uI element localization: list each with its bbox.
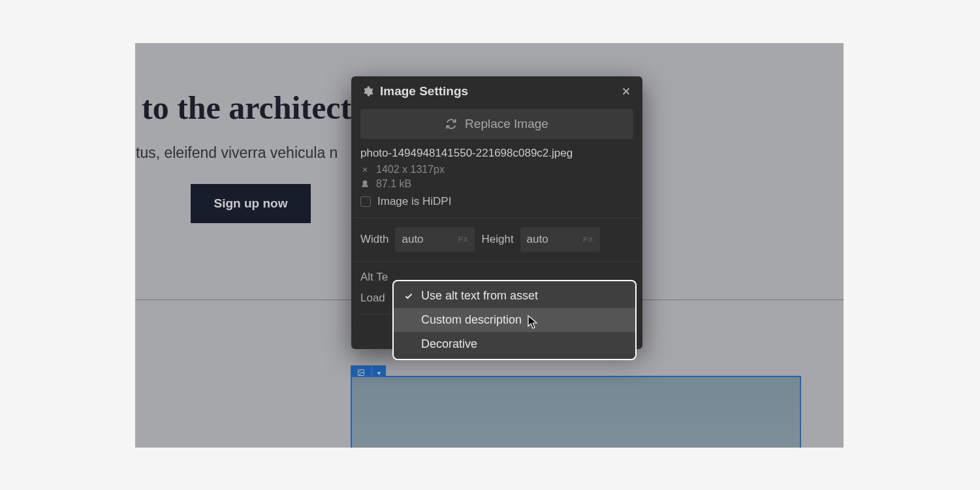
dropdown-option-label: Decorative (421, 337, 477, 351)
panel-title: Image Settings (380, 84, 614, 99)
filesize-row: 87.1 kB (360, 178, 633, 190)
replace-image-button[interactable]: Replace Image (360, 109, 633, 139)
check-icon (403, 292, 415, 301)
svg-point-1 (360, 371, 361, 373)
panel-header: Image Settings (351, 76, 642, 106)
close-icon[interactable] (620, 85, 632, 97)
dimensions-row: 1402 x 1317px (360, 164, 633, 176)
height-value: auto (527, 233, 548, 246)
height-label: Height (481, 233, 513, 246)
filesize-value: 87.1 kB (376, 178, 411, 190)
replace-image-label: Replace Image (465, 117, 548, 131)
page-subtext: tus, eleifend viverra vehicula n (136, 144, 338, 162)
filesize-icon (360, 179, 370, 189)
dimensions-icon (360, 165, 370, 174)
page-heading: to the architect (142, 89, 351, 127)
width-input[interactable]: auto PX (395, 227, 475, 252)
width-label: Width (360, 233, 388, 246)
dropdown-option-decorative[interactable]: Decorative (394, 332, 635, 356)
dropdown-option-use-asset-alt[interactable]: Use alt text from asset (394, 284, 635, 308)
gear-icon (362, 85, 373, 97)
width-unit: PX (458, 236, 469, 243)
selected-image-element[interactable] (351, 376, 801, 448)
alt-text-label: Alt Te (360, 271, 397, 284)
width-value: auto (402, 233, 423, 246)
hidpi-label: Image is HiDPI (377, 195, 451, 208)
height-unit: PX (583, 236, 593, 243)
image-meta: photo-1494948141550-221698c089c2.jpeg 14… (351, 147, 642, 218)
signup-button[interactable]: Sign up now (191, 184, 311, 223)
load-label: Load (360, 292, 397, 305)
filename-text: photo-1494948141550-221698c089c2.jpeg (360, 147, 633, 160)
hidpi-checkbox[interactable] (360, 196, 371, 207)
hidpi-row: Image is HiDPI (360, 195, 633, 208)
dropdown-option-label: Custom description (421, 313, 522, 327)
refresh-icon (445, 118, 457, 130)
dropdown-option-label: Use alt text from asset (421, 289, 538, 303)
dimensions-value: 1402 x 1317px (376, 164, 445, 176)
size-inputs-row: Width auto PX Height auto PX (351, 218, 642, 262)
dropdown-option-custom-description[interactable]: Custom description (394, 308, 635, 332)
height-input[interactable]: auto PX (520, 227, 600, 252)
alt-text-dropdown[interactable]: Use alt text from asset Custom descripti… (392, 280, 637, 360)
